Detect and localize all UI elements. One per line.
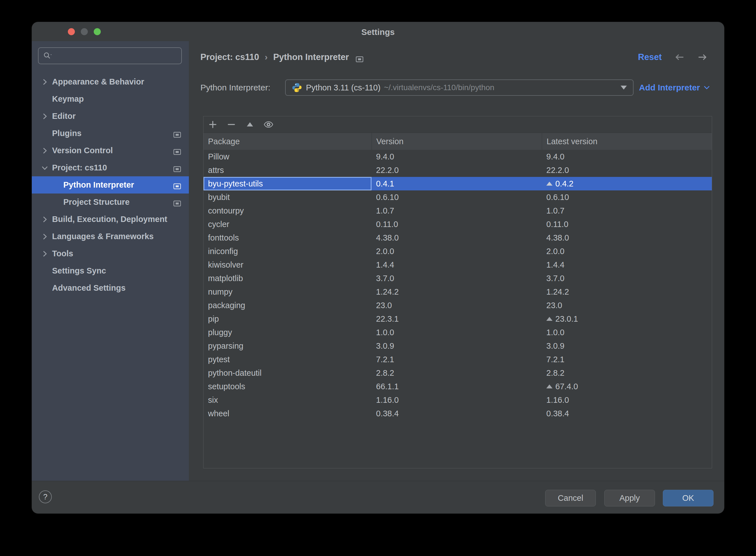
- package-name-cell[interactable]: attrs: [203, 163, 372, 177]
- package-row-byubit[interactable]: byubit 0.6.10 0.6.10: [203, 190, 712, 204]
- package-latest-cell[interactable]: 23.0: [542, 299, 712, 312]
- package-version-cell[interactable]: 1.4.4: [372, 258, 542, 272]
- package-name-cell[interactable]: contourpy: [203, 204, 372, 217]
- package-latest-cell[interactable]: 7.2.1: [542, 353, 712, 366]
- package-version-cell[interactable]: 3.0.9: [372, 339, 542, 353]
- sidebar-item-plugins[interactable]: Plugins: [32, 125, 189, 142]
- package-version-cell[interactable]: 0.6.10: [372, 190, 542, 204]
- package-version-cell[interactable]: 1.0.0: [372, 325, 542, 339]
- help-button[interactable]: ?: [39, 490, 52, 503]
- interpreter-dropdown[interactable]: Python 3.11 (cs-110) ~/.virtualenvs/cs-1…: [285, 79, 634, 96]
- package-version-cell[interactable]: 0.38.4: [372, 407, 542, 420]
- package-row-setuptools[interactable]: setuptools 66.1.1 67.4.0: [203, 380, 712, 393]
- package-latest-cell[interactable]: 23.0.1: [542, 312, 712, 325]
- package-name-cell[interactable]: Pillow: [203, 150, 372, 163]
- package-latest-cell[interactable]: 1.24.2: [542, 285, 712, 299]
- package-name-cell[interactable]: pyparsing: [203, 339, 372, 353]
- package-row-numpy[interactable]: numpy 1.24.2 1.24.2: [203, 285, 712, 299]
- package-version-cell[interactable]: 9.4.0: [372, 150, 542, 163]
- package-row-wheel[interactable]: wheel 0.38.4 0.38.4: [203, 407, 712, 420]
- package-row-fonttools[interactable]: fonttools 4.38.0 4.38.0: [203, 231, 712, 244]
- package-latest-cell[interactable]: 1.0.7: [542, 204, 712, 217]
- package-version-cell[interactable]: 2.8.2: [372, 366, 542, 380]
- package-row-byu-pytest-utils[interactable]: byu-pytest-utils 0.4.1 0.4.2: [203, 177, 712, 190]
- package-name-cell[interactable]: numpy: [203, 285, 372, 299]
- package-latest-cell[interactable]: 67.4.0: [542, 380, 712, 393]
- package-latest-cell[interactable]: 1.0.0: [542, 325, 712, 339]
- package-version-cell[interactable]: 7.2.1: [372, 353, 542, 366]
- forward-arrow-icon[interactable]: [697, 53, 708, 61]
- package-latest-cell[interactable]: 3.7.0: [542, 272, 712, 285]
- package-latest-cell[interactable]: 1.4.4: [542, 258, 712, 272]
- package-row-cycler[interactable]: cycler 0.11.0 0.11.0: [203, 217, 712, 231]
- package-name-cell[interactable]: byu-pytest-utils: [203, 177, 372, 190]
- sidebar-item-build-execution-deployment[interactable]: Build, Execution, Deployment: [32, 211, 189, 228]
- apply-button[interactable]: Apply: [604, 490, 655, 507]
- package-name-cell[interactable]: six: [203, 393, 372, 407]
- package-version-cell[interactable]: 22.2.0: [372, 163, 542, 177]
- back-arrow-icon[interactable]: [674, 53, 685, 61]
- install-package-button[interactable]: [203, 116, 222, 133]
- package-latest-cell[interactable]: 2.8.2: [542, 366, 712, 380]
- sidebar-item-project-cs110[interactable]: Project: cs110: [32, 159, 189, 176]
- search-input[interactable]: [55, 51, 175, 61]
- package-latest-cell[interactable]: 22.2.0: [542, 163, 712, 177]
- package-version-cell[interactable]: 1.24.2: [372, 285, 542, 299]
- package-latest-cell[interactable]: 3.0.9: [542, 339, 712, 353]
- package-latest-cell[interactable]: 0.38.4: [542, 407, 712, 420]
- package-row-pluggy[interactable]: pluggy 1.0.0 1.0.0: [203, 325, 712, 339]
- package-name-cell[interactable]: pip: [203, 312, 372, 325]
- package-name-cell[interactable]: pytest: [203, 353, 372, 366]
- package-name-cell[interactable]: pluggy: [203, 325, 372, 339]
- package-version-cell[interactable]: 3.7.0: [372, 272, 542, 285]
- package-name-cell[interactable]: cycler: [203, 217, 372, 231]
- package-row-pillow[interactable]: Pillow 9.4.0 9.4.0: [203, 150, 712, 163]
- package-version-cell[interactable]: 2.0.0: [372, 244, 542, 258]
- cancel-button[interactable]: Cancel: [545, 490, 596, 507]
- package-row-six[interactable]: six 1.16.0 1.16.0: [203, 393, 712, 407]
- package-version-cell[interactable]: 66.1.1: [372, 380, 542, 393]
- package-row-pip[interactable]: pip 22.3.1 23.0.1: [203, 312, 712, 325]
- package-latest-cell[interactable]: 2.0.0: [542, 244, 712, 258]
- package-version-cell[interactable]: 1.16.0: [372, 393, 542, 407]
- package-row-attrs[interactable]: attrs 22.2.0 22.2.0: [203, 163, 712, 177]
- sidebar-item-editor[interactable]: Editor: [32, 108, 189, 125]
- package-row-packaging[interactable]: packaging 23.0 23.0: [203, 299, 712, 312]
- show-early-releases-button[interactable]: [259, 116, 278, 133]
- sidebar-item-version-control[interactable]: Version Control: [32, 142, 189, 159]
- package-latest-cell[interactable]: 0.6.10: [542, 190, 712, 204]
- sidebar-item-appearance-behavior[interactable]: Appearance & Behavior: [32, 73, 189, 91]
- package-version-cell[interactable]: 22.3.1: [372, 312, 542, 325]
- package-version-cell[interactable]: 23.0: [372, 299, 542, 312]
- ok-button[interactable]: OK: [663, 490, 714, 507]
- add-interpreter-button[interactable]: Add Interpreter: [639, 79, 710, 96]
- package-row-matplotlib[interactable]: matplotlib 3.7.0 3.7.0: [203, 272, 712, 285]
- package-latest-cell[interactable]: 9.4.0: [542, 150, 712, 163]
- uninstall-package-button[interactable]: [222, 116, 241, 133]
- reset-button[interactable]: Reset: [638, 52, 662, 62]
- package-latest-cell[interactable]: 0.11.0: [542, 217, 712, 231]
- sidebar-item-advanced-settings[interactable]: Advanced Settings: [32, 279, 189, 297]
- package-latest-cell[interactable]: 4.38.0: [542, 231, 712, 244]
- package-name-cell[interactable]: wheel: [203, 407, 372, 420]
- package-version-cell[interactable]: 4.38.0: [372, 231, 542, 244]
- sidebar-item-tools[interactable]: Tools: [32, 245, 189, 262]
- package-row-iniconfig[interactable]: iniconfig 2.0.0 2.0.0: [203, 244, 712, 258]
- package-name-cell[interactable]: matplotlib: [203, 272, 372, 285]
- package-name-cell[interactable]: packaging: [203, 299, 372, 312]
- package-name-cell[interactable]: setuptools: [203, 380, 372, 393]
- settings-search-box[interactable]: [38, 47, 182, 64]
- package-name-cell[interactable]: python-dateutil: [203, 366, 372, 380]
- package-row-contourpy[interactable]: contourpy 1.0.7 1.0.7: [203, 204, 712, 217]
- sidebar-item-python-interpreter[interactable]: Python Interpreter: [32, 176, 189, 194]
- package-name-cell[interactable]: byubit: [203, 190, 372, 204]
- sidebar-item-settings-sync[interactable]: Settings Sync: [32, 262, 189, 279]
- sidebar-item-keymap[interactable]: Keymap: [32, 91, 189, 108]
- package-name-cell[interactable]: kiwisolver: [203, 258, 372, 272]
- package-version-cell[interactable]: 0.11.0: [372, 217, 542, 231]
- package-latest-cell[interactable]: 0.4.2: [542, 177, 712, 190]
- package-row-python-dateutil[interactable]: python-dateutil 2.8.2 2.8.2: [203, 366, 712, 380]
- package-row-pyparsing[interactable]: pyparsing 3.0.9 3.0.9: [203, 339, 712, 353]
- package-name-cell[interactable]: fonttools: [203, 231, 372, 244]
- package-version-cell[interactable]: 1.0.7: [372, 204, 542, 217]
